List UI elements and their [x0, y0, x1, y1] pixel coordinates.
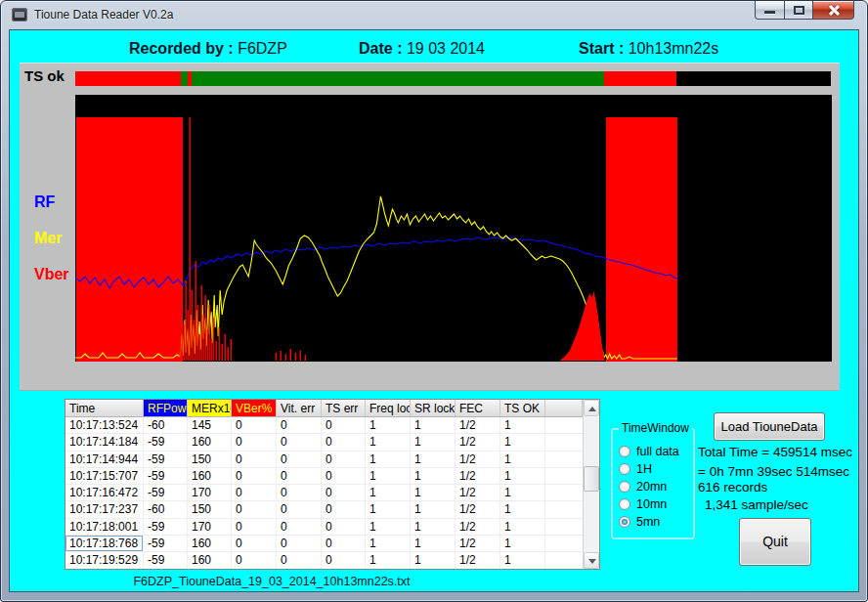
table-cell[interactable]: 0 [232, 434, 277, 450]
table-cell[interactable]: 10:17:17:237 [65, 501, 144, 517]
table-cell[interactable]: 0 [232, 552, 277, 568]
table-row[interactable]: 10:17:15:707-59160000111/21 [65, 468, 583, 485]
table-cell[interactable]: 1 [411, 501, 456, 517]
table-cell[interactable]: 1 [411, 536, 456, 551]
maximize-button[interactable] [784, 1, 813, 20]
table-cell[interactable]: 1 [500, 434, 545, 450]
table-cell[interactable]: 0 [232, 536, 277, 551]
table-cell[interactable]: 10:17:18:001 [65, 519, 144, 535]
table-cell[interactable]: 1 [500, 485, 545, 500]
table-cell[interactable]: -59 [144, 452, 188, 467]
table-cell[interactable]: 1 [411, 485, 456, 500]
table-cell[interactable]: 1 [366, 434, 411, 450]
table-cell[interactable]: 1/2 [456, 434, 500, 450]
table-cell[interactable]: -59 [144, 468, 188, 484]
table-cell[interactable]: 10:17:14:184 [65, 434, 144, 450]
table-row[interactable]: 10:17:17:237-60150000111/21 [65, 501, 583, 518]
table-cell[interactable]: 0 [277, 485, 322, 500]
table-cell[interactable]: 1 [411, 452, 456, 467]
table-cell[interactable]: 10:17:13:524 [65, 417, 144, 433]
table-cell[interactable]: 1 [366, 501, 411, 517]
table-header-cell[interactable]: Vit. err [277, 400, 322, 416]
scroll-thumb[interactable] [584, 466, 599, 492]
radio-option-5mn[interactable]: 5mn [619, 513, 679, 531]
table-cell[interactable]: 1 [500, 519, 545, 535]
table-cell[interactable]: 1 [411, 552, 456, 568]
table-cell[interactable]: 0 [322, 485, 366, 500]
table-cell[interactable]: 10:17:16:472 [65, 485, 144, 500]
table-cell[interactable]: 1/2 [456, 452, 500, 467]
table-cell[interactable]: 1 [500, 501, 545, 517]
table-cell[interactable]: 145 [188, 417, 232, 433]
table-cell[interactable]: 10:17:14:944 [65, 452, 144, 467]
table-cell[interactable]: 170 [188, 485, 232, 500]
table-cell[interactable]: 1/2 [456, 417, 500, 433]
table-row[interactable]: 10:17:18:001-59170000111/21 [65, 519, 583, 536]
table-cell[interactable]: 0 [277, 501, 322, 517]
table-cell[interactable]: 0 [277, 452, 322, 467]
table-cell[interactable]: 0 [322, 468, 366, 484]
table-cell[interactable]: 160 [188, 552, 232, 568]
table-row[interactable]: 10:17:14:944-59150000111/21 [65, 452, 583, 468]
table-row[interactable]: 10:17:14:184-59160000111/21 [65, 434, 583, 451]
table-cell[interactable]: 1 [366, 552, 411, 568]
table-header-cell[interactable]: TS OK [500, 400, 545, 416]
table-cell[interactable]: 1/2 [456, 501, 500, 517]
table-cell[interactable]: 0 [322, 417, 366, 433]
table-cell[interactable]: 1 [500, 452, 545, 467]
table-cell[interactable]: 1/2 [456, 485, 500, 500]
table-cell[interactable]: 160 [188, 536, 232, 551]
table-cell[interactable]: 0 [277, 417, 322, 433]
scroll-down-button[interactable] [584, 552, 599, 569]
table-cell[interactable]: 160 [188, 434, 232, 450]
table-header-cell[interactable]: VBer% [232, 400, 277, 416]
radio-circle-icon[interactable] [619, 446, 630, 457]
table-cell[interactable]: 1 [366, 485, 411, 500]
table-cell[interactable]: 1 [500, 468, 545, 484]
table-cell[interactable]: 1 [366, 417, 411, 433]
table-row[interactable]: 10:17:13:524-60145000111/21 [65, 417, 583, 434]
table-cell[interactable]: 1 [366, 536, 411, 551]
table-row[interactable]: 10:17:16:472-59170000111/21 [65, 485, 583, 501]
table-cell[interactable]: 1 [411, 417, 456, 433]
table-cell[interactable]: 1 [411, 434, 456, 450]
table-cell[interactable]: 10:17:18:768 [65, 536, 144, 551]
table-cell[interactable]: 1/2 [456, 536, 500, 551]
table-cell[interactable]: 1 [411, 468, 456, 484]
table-cell[interactable]: 10:17:15:707 [65, 468, 144, 484]
table-cell[interactable]: -59 [144, 434, 188, 450]
table-cell[interactable]: -59 [144, 536, 188, 551]
table-header-cell[interactable]: TS err [322, 400, 366, 416]
table-cell[interactable]: -60 [144, 501, 188, 517]
close-button[interactable] [813, 1, 854, 20]
table-header-cell[interactable]: Freq lock [366, 400, 411, 416]
table-cell[interactable]: 0 [322, 434, 366, 450]
table-cell[interactable]: 0 [322, 501, 366, 517]
table-cell[interactable]: 1/2 [456, 519, 500, 535]
table-cell[interactable]: 170 [188, 519, 232, 535]
table-cell[interactable]: 1 [366, 519, 411, 535]
table-cell[interactable]: 1 [366, 468, 411, 484]
table-cell[interactable]: 150 [188, 501, 232, 517]
table-cell[interactable]: 1 [500, 536, 545, 551]
table-cell[interactable]: 1 [500, 417, 545, 433]
table-header-cell[interactable]: MERx10 [188, 400, 232, 416]
table-cell[interactable]: 0 [322, 536, 366, 551]
table-cell[interactable]: 0 [232, 501, 277, 517]
table-row[interactable]: 10:17:18:768-59160000111/21 [65, 536, 583, 552]
table-cell[interactable]: 0 [232, 519, 277, 535]
table-row[interactable]: 10:17:19:529-59160000111/21 [65, 552, 583, 569]
table-cell[interactable]: 0 [232, 417, 277, 433]
table-cell[interactable]: 1 [366, 452, 411, 467]
table-cell[interactable]: -59 [144, 519, 188, 535]
radio-circle-icon[interactable] [619, 516, 630, 528]
table-header-cell[interactable]: SR lock [411, 400, 456, 416]
scroll-up-button[interactable] [584, 400, 599, 416]
load-tiounedata-button[interactable]: Load TiouneData [714, 412, 825, 441]
table-cell[interactable]: 160 [188, 468, 232, 484]
table-cell[interactable]: 0 [322, 519, 366, 535]
table-cell[interactable]: 0 [277, 552, 322, 568]
table-cell[interactable]: 1/2 [456, 552, 500, 568]
titlebar[interactable]: Tioune Data Reader V0.2a [1, 1, 867, 29]
table-cell[interactable]: 0 [322, 452, 366, 467]
